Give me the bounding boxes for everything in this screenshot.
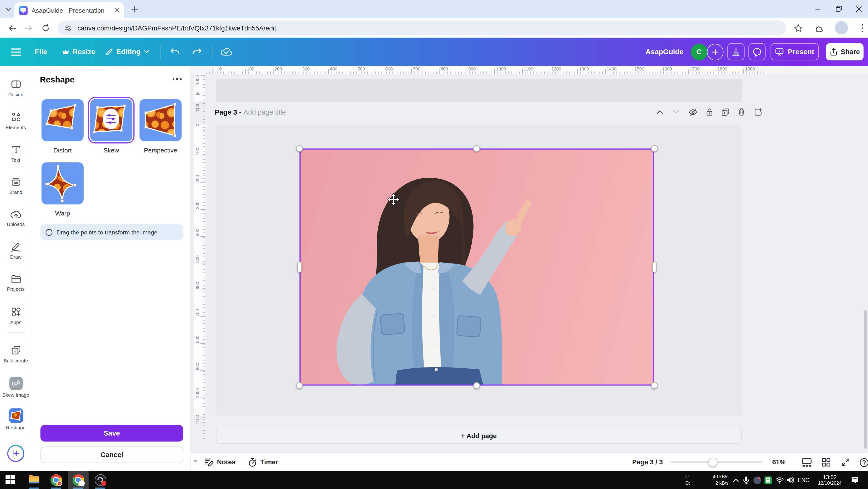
selection-handle-top-right[interactable]	[651, 145, 658, 152]
hamburger-icon	[11, 48, 21, 56]
new-tab-button[interactable]	[131, 5, 138, 13]
invite-member-button[interactable]	[707, 38, 723, 66]
move-page-down-button[interactable]	[671, 107, 681, 117]
selection-handle-right-middle[interactable]	[652, 261, 656, 272]
option-label-skew: Skew	[88, 147, 134, 153]
language-indicator[interactable]: ENG	[798, 471, 810, 489]
volume-tray-icon[interactable]	[786, 471, 794, 489]
main-menu-button[interactable]	[11, 38, 21, 66]
chrome-active-icon[interactable]	[72, 474, 84, 486]
notes-button[interactable]: Notes	[204, 453, 236, 471]
help-button[interactable]	[859, 457, 868, 468]
sidebar-item-skew-image[interactable]: Skew Image	[0, 377, 32, 398]
comments-button[interactable]	[748, 38, 766, 66]
selection-handle-bottom-right[interactable]	[651, 382, 658, 389]
start-button[interactable]	[5, 474, 17, 486]
sidebar-item-design[interactable]: Design	[0, 79, 32, 97]
tab-search-icon[interactable]	[5, 6, 12, 13]
sidebar-item-bulk-create[interactable]: Bulk create	[0, 345, 32, 364]
save-button[interactable]: Save	[40, 425, 183, 441]
grid-view-button[interactable]	[821, 457, 832, 468]
selection-handle-bottom-middle[interactable]	[473, 382, 480, 389]
canva-assistant-button[interactable]	[7, 445, 25, 462]
back-icon[interactable]	[4, 18, 20, 38]
timer-button[interactable]: Timer	[248, 453, 278, 471]
previous-page-edge[interactable]	[216, 79, 742, 102]
duplicate-page-button[interactable]	[720, 107, 730, 117]
zoom-slider-knob[interactable]	[708, 458, 717, 467]
canvas-scroll-up-arrow[interactable]	[195, 92, 200, 95]
lock-page-button[interactable]	[704, 107, 714, 117]
sidebar-item-elements[interactable]: Elements	[0, 112, 32, 131]
editing-mode-dropdown[interactable]: Editing	[105, 38, 150, 66]
hide-page-button[interactable]	[688, 107, 698, 117]
network-speed-monitor[interactable]: U:40 kB/s D:2 kB/s	[685, 471, 728, 489]
page-indicator[interactable]: Page 3 / 3	[632, 453, 663, 471]
selection-handle-top-middle[interactable]	[473, 145, 480, 152]
fullscreen-button[interactable]	[840, 457, 851, 468]
clock-tray[interactable]: 13:52 12/10/2024	[814, 471, 846, 489]
share-button[interactable]: Share	[826, 38, 863, 66]
canvas-scrollbar[interactable]	[864, 310, 867, 449]
present-icon	[775, 48, 784, 56]
redo-button[interactable]	[192, 38, 203, 66]
panel-menu-button[interactable]	[173, 78, 182, 80]
cancel-button[interactable]: Cancel	[40, 447, 183, 463]
browser-tab[interactable]: AsapGuide - Presentation	[14, 2, 124, 18]
green-app-tray-icon[interactable]	[765, 471, 772, 489]
notification-center-icon[interactable]	[851, 471, 859, 489]
cloud-save-status[interactable]	[220, 38, 232, 66]
sidebar-item-uploads[interactable]: Uploads	[0, 209, 32, 227]
window-restore-button[interactable]	[829, 0, 848, 18]
selection-handle-bottom-left[interactable]	[296, 382, 303, 389]
reshape-option-warp[interactable]	[39, 160, 86, 207]
selection-handle-left-middle[interactable]	[297, 261, 302, 272]
bookmark-star-icon[interactable]	[790, 18, 806, 38]
window-close-button[interactable]	[848, 0, 868, 18]
present-button[interactable]: Present	[771, 38, 819, 66]
refresh-icon[interactable]	[38, 18, 53, 38]
extensions-icon[interactable]	[811, 18, 827, 38]
forward-icon[interactable]	[21, 18, 37, 38]
selection-handle-top-left[interactable]	[296, 145, 303, 152]
obs-tray-icon[interactable]	[753, 471, 761, 489]
file-explorer-icon[interactable]	[28, 474, 40, 486]
obs-icon[interactable]	[95, 474, 106, 486]
add-page-icon-button[interactable]	[753, 107, 763, 117]
window-minimize-button[interactable]	[808, 0, 828, 18]
sidebar-item-projects[interactable]: Projects	[0, 274, 32, 292]
tray-expand-chevron[interactable]	[733, 471, 739, 489]
sidebar-item-reshape[interactable]: Reshape	[0, 408, 32, 430]
sidebar-item-text[interactable]: Text	[0, 144, 32, 163]
microphone-tray-icon[interactable]	[743, 471, 750, 489]
selected-photo[interactable]	[300, 149, 654, 385]
zoom-level[interactable]: 61%	[772, 453, 785, 471]
page-title-placeholder[interactable]: Add page title	[244, 109, 286, 116]
move-page-up-button[interactable]	[655, 107, 665, 117]
insights-button[interactable]	[727, 38, 745, 66]
account-avatar[interactable]: C	[691, 38, 707, 66]
sidebar-item-draw[interactable]: Draw	[0, 241, 32, 260]
delete-page-button[interactable]	[736, 107, 746, 117]
browser-profile-avatar[interactable]	[835, 21, 848, 34]
tab-close-icon[interactable]	[115, 8, 120, 13]
add-page-button[interactable]: + Add page	[216, 428, 742, 444]
url-bar[interactable]: canva.com/design/DAGPmFasnPE/bdVQtx371kf…	[58, 21, 786, 35]
brand-kit-icon: co	[10, 176, 21, 187]
browser-menu-kebab-icon[interactable]	[855, 18, 868, 38]
reshape-option-skew[interactable]	[88, 97, 134, 143]
workspace: Design Elements Text co Brand Uploads Dr…	[0, 66, 868, 471]
reshape-option-perspective[interactable]	[137, 97, 184, 143]
sidebar-item-apps[interactable]: Apps	[0, 306, 32, 325]
resize-menu[interactable]: Resize	[62, 38, 95, 66]
file-menu[interactable]: File	[35, 38, 48, 66]
presenter-view-button[interactable]	[802, 457, 812, 468]
site-settings-icon[interactable]	[64, 24, 72, 32]
wifi-tray-icon[interactable]	[776, 471, 784, 489]
chrome-icon[interactable]	[50, 474, 62, 486]
undo-button[interactable]	[169, 38, 180, 66]
canvas-scroll-down-arrow[interactable]	[193, 460, 197, 463]
reshape-option-distort[interactable]	[39, 97, 86, 143]
sidebar-item-brand[interactable]: co Brand	[0, 176, 32, 195]
workspace-name[interactable]: AsapGuide	[646, 38, 684, 66]
